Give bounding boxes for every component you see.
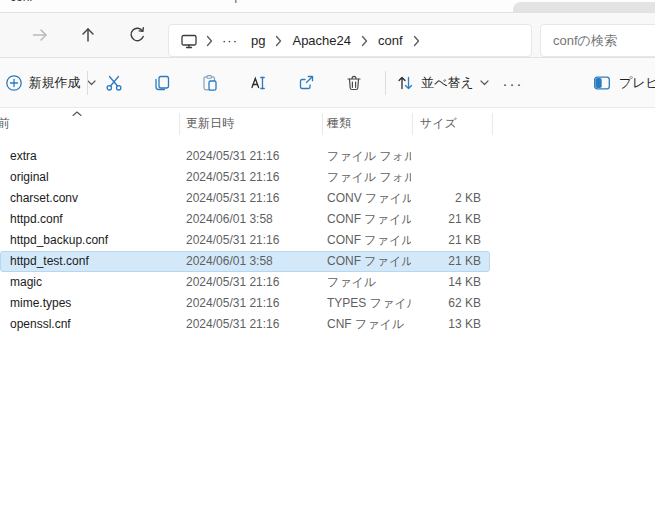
column-separator[interactable] (412, 113, 413, 135)
file-row[interactable]: httpd_test.conf 2024/06/01 3:58 CONF ファイ… (0, 251, 655, 272)
column-header-type[interactable]: 種類 (327, 115, 351, 132)
file-modified: 2024/06/01 3:58 (186, 209, 319, 230)
plus-circle-icon (5, 74, 23, 92)
paste-button[interactable] (194, 67, 226, 99)
preview-pane-icon (592, 73, 612, 93)
sort-button-label: 並べ替え (421, 74, 474, 92)
refresh-button[interactable] (122, 20, 152, 50)
file-size: 21 KB (413, 209, 481, 230)
scissors-icon (104, 73, 124, 93)
file-name[interactable]: charset.conv (10, 188, 175, 209)
file-row[interactable]: httpd.conf 2024/06/01 3:58 CONF ファイル 21 … (0, 209, 655, 230)
ellipsis-icon: ··· (503, 75, 524, 92)
column-separator[interactable] (179, 113, 180, 135)
file-name[interactable]: extra (10, 146, 175, 167)
file-size (413, 146, 481, 167)
file-row[interactable]: magic 2024/05/31 21:16 ファイル 14 KB (0, 272, 655, 293)
chevron-right-icon[interactable] (272, 35, 285, 47)
forward-arrow-icon (30, 25, 50, 45)
file-size: 62 KB (413, 293, 481, 314)
file-name[interactable]: openssl.cnf (10, 314, 175, 335)
sort-button[interactable]: 並べ替え (394, 67, 490, 99)
file-type: ファイル (327, 272, 411, 293)
file-type: CNF ファイル (327, 314, 411, 335)
this-pc-icon[interactable] (175, 31, 203, 51)
file-type: CONF ファイル (327, 209, 411, 230)
up-button[interactable] (73, 20, 103, 50)
column-header-row: 名前 更新日時 種類 サイズ (0, 112, 655, 136)
file-row[interactable]: openssl.cnf 2024/05/31 21:16 CNF ファイル 13… (0, 314, 655, 335)
tab-bar: conf + (0, 0, 655, 13)
chevron-right-icon[interactable] (203, 35, 216, 47)
file-type: CONF ファイル (327, 230, 411, 251)
file-type: CONF ファイル (327, 251, 411, 272)
tab-conf[interactable]: conf (10, 0, 33, 4)
file-size (413, 167, 481, 188)
file-name[interactable]: httpd.conf (10, 209, 175, 230)
file-explorer-window: conf + ··· pg Apache2 (0, 0, 655, 512)
trash-icon (344, 73, 364, 93)
delete-button[interactable] (338, 67, 370, 99)
file-size: 21 KB (413, 251, 481, 272)
breadcrumb-apache24[interactable]: Apache24 (285, 33, 358, 48)
sort-ascending-icon (72, 111, 82, 117)
column-separator[interactable] (322, 113, 323, 135)
rename-icon (248, 73, 268, 93)
paste-icon (200, 73, 220, 93)
file-modified: 2024/06/01 3:58 (186, 251, 319, 272)
file-modified: 2024/05/31 21:16 (186, 188, 319, 209)
preview-toggle-button[interactable]: プレビュー (592, 67, 655, 99)
rename-button[interactable] (242, 67, 274, 99)
file-name[interactable]: httpd_test.conf (10, 251, 175, 272)
new-button-label: 新規作成 (29, 74, 81, 92)
navigation-bar: ··· pg Apache24 conf confの検索 (0, 13, 655, 58)
search-placeholder: confの検索 (553, 32, 617, 50)
file-name[interactable]: original (10, 167, 175, 188)
file-type: TYPES ファイル (327, 293, 411, 314)
file-type: ファイル フォル... (327, 146, 411, 167)
breadcrumb-overflow[interactable]: ··· (216, 33, 244, 48)
up-arrow-icon (78, 25, 98, 45)
column-separator[interactable] (492, 113, 493, 135)
address-bar[interactable]: ··· pg Apache24 conf (168, 24, 532, 57)
preview-toggle-label: プレビュー (619, 74, 655, 92)
column-header-modified[interactable]: 更新日時 (186, 115, 234, 132)
copy-button[interactable] (146, 67, 178, 99)
more-options-button[interactable]: ··· (497, 67, 529, 99)
file-name[interactable]: magic (10, 272, 175, 293)
chevron-right-icon[interactable] (410, 35, 423, 47)
titlebar-region (513, 2, 655, 13)
column-header-name[interactable]: 名前 (0, 115, 10, 132)
file-list: extra 2024/05/31 21:16 ファイル フォル... origi… (0, 146, 655, 335)
column-header-size[interactable]: サイズ (420, 115, 457, 132)
file-modified: 2024/05/31 21:16 (186, 167, 319, 188)
file-size: 14 KB (413, 272, 481, 293)
forward-button[interactable] (25, 20, 55, 50)
new-button[interactable]: 新規作成 (0, 67, 108, 99)
command-toolbar: 新規作成 (0, 58, 655, 108)
sort-arrows-icon (395, 73, 415, 93)
file-type: ファイル フォル... (327, 167, 411, 188)
file-row[interactable]: original 2024/05/31 21:16 ファイル フォル... (0, 167, 655, 188)
file-row[interactable]: extra 2024/05/31 21:16 ファイル フォル... (0, 146, 655, 167)
file-name[interactable]: mime.types (10, 293, 175, 314)
file-size: 21 KB (413, 230, 481, 251)
copy-icon (152, 73, 172, 93)
share-button[interactable] (290, 67, 322, 99)
search-input[interactable]: confの検索 (540, 24, 655, 57)
chevron-right-icon[interactable] (358, 35, 371, 47)
file-modified: 2024/05/31 21:16 (186, 293, 319, 314)
toolbar-divider (87, 71, 88, 95)
file-size: 13 KB (413, 314, 481, 335)
cut-button[interactable] (98, 67, 130, 99)
refresh-icon (127, 25, 147, 45)
file-modified: 2024/05/31 21:16 (186, 272, 319, 293)
file-name[interactable]: httpd_backup.conf (10, 230, 175, 251)
breadcrumb-conf[interactable]: conf (371, 33, 410, 48)
new-tab-button[interactable]: + (232, 0, 240, 7)
breadcrumb-pg[interactable]: pg (244, 33, 272, 48)
file-row[interactable]: mime.types 2024/05/31 21:16 TYPES ファイル 6… (0, 293, 655, 314)
file-row[interactable]: charset.conv 2024/05/31 21:16 CONV ファイル … (0, 188, 655, 209)
toolbar-divider (385, 71, 386, 95)
file-row[interactable]: httpd_backup.conf 2024/05/31 21:16 CONF … (0, 230, 655, 251)
